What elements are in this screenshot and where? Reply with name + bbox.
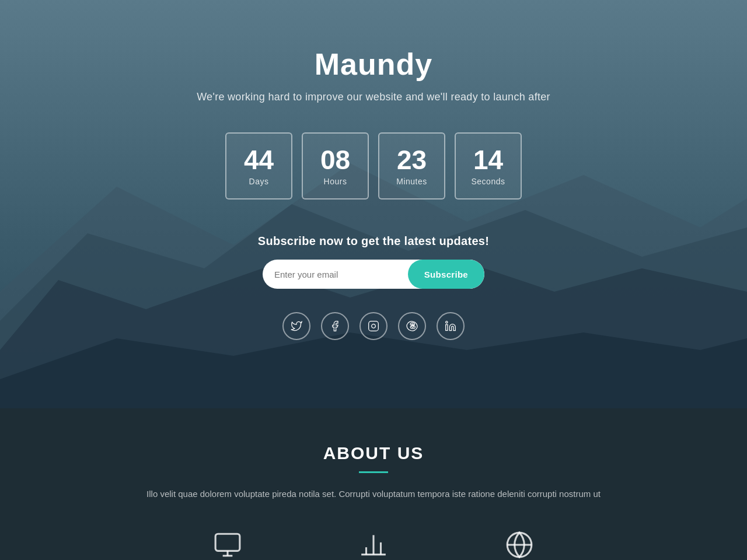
email-input[interactable]	[263, 260, 408, 289]
countdown-minutes-value: 23	[397, 146, 427, 173]
svg-point-7	[446, 321, 448, 323]
countdown-days-box: 44 Days	[225, 132, 292, 200]
features-row	[117, 530, 630, 559]
skype-button[interactable]	[398, 312, 426, 340]
countdown-hours-box: 08 Hours	[302, 132, 369, 200]
about-title: ABOUT US	[323, 443, 424, 463]
countdown-wrapper: 44 Days 08 Hours 23 Minutes 14 Seconds	[225, 132, 522, 200]
svg-rect-8	[215, 534, 240, 551]
twitter-button[interactable]	[282, 312, 310, 340]
about-section: ABOUT US Illo velit quae dolorem volupta…	[0, 408, 747, 560]
about-text: Illo velit quae dolorem voluptate pireda…	[146, 487, 601, 501]
countdown-hours-label: Hours	[324, 177, 347, 186]
countdown-minutes-box: 23 Minutes	[378, 132, 445, 200]
about-divider	[359, 471, 388, 473]
countdown-seconds-value: 14	[473, 146, 503, 173]
countdown-days-label: Days	[249, 177, 269, 186]
social-row	[282, 312, 465, 340]
countdown-seconds-box: 14 Seconds	[455, 132, 522, 200]
subscribe-button[interactable]: Subscribe	[408, 260, 484, 289]
hero-content: Maundy We're working hard to improve our…	[0, 47, 747, 340]
hero-section: Maundy We're working hard to improve our…	[0, 0, 747, 408]
instagram-button[interactable]	[359, 312, 388, 340]
countdown-days-value: 44	[244, 146, 274, 173]
subscribe-heading: Subscribe now to get the latest updates!	[258, 235, 490, 248]
subtitle: We're working hard to improve our websit…	[197, 91, 550, 103]
chart-icon	[359, 530, 388, 559]
subscribe-form: Subscribe	[263, 260, 484, 289]
globe-icon	[505, 530, 534, 559]
countdown-hours-value: 08	[320, 146, 350, 173]
svg-rect-4	[369, 321, 379, 331]
countdown-seconds-label: Seconds	[472, 177, 505, 186]
site-title: Maundy	[315, 47, 432, 82]
countdown-minutes-label: Minutes	[396, 177, 427, 186]
svg-rect-6	[446, 325, 448, 331]
svg-marker-3	[0, 332, 747, 408]
facebook-button[interactable]	[321, 312, 349, 340]
linkedin-button[interactable]	[437, 312, 465, 340]
monitor-icon	[213, 530, 242, 559]
